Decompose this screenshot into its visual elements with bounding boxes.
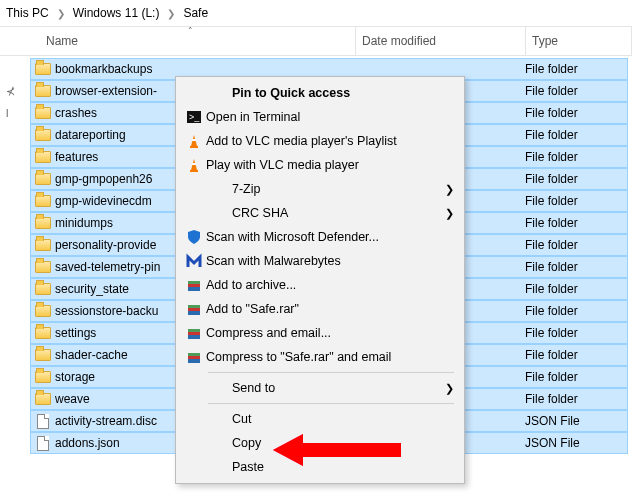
folder-icon <box>31 327 55 339</box>
terminal-icon: >_ <box>182 109 206 125</box>
folder-icon <box>31 349 55 361</box>
svg-rect-6 <box>190 170 198 172</box>
item-type: JSON File <box>519 436 580 450</box>
pin-gutter: ⊀ l <box>6 80 15 124</box>
header-name[interactable]: Name ˄ <box>40 27 356 55</box>
header-type[interactable]: Type <box>526 27 632 55</box>
ctx-label: Scan with Malwarebytes <box>206 254 454 268</box>
crumb-this-pc[interactable]: This PC <box>2 4 53 22</box>
ctx-label: Scan with Microsoft Defender... <box>206 230 454 244</box>
ctx-cut[interactable]: Cut <box>178 407 462 431</box>
item-type: File folder <box>519 172 578 186</box>
svg-rect-4 <box>192 139 196 141</box>
folder-icon <box>31 129 55 141</box>
ctx-label: Pin to Quick access <box>206 86 454 100</box>
header-date-label: Date modified <box>362 34 436 48</box>
svg-rect-18 <box>188 329 200 332</box>
ctx-pin-quick-access[interactable]: Pin to Quick access <box>178 81 462 105</box>
item-type: File folder <box>519 370 578 384</box>
folder-icon <box>31 195 55 207</box>
folder-icon <box>31 173 55 185</box>
folder-icon <box>31 261 55 273</box>
sort-asc-icon: ˄ <box>188 26 193 36</box>
ctx-label: Compress and email... <box>206 326 454 340</box>
svg-rect-24 <box>188 359 200 363</box>
folder-icon <box>31 63 55 75</box>
item-type: File folder <box>519 304 578 318</box>
winrar-icon <box>182 301 206 317</box>
folder-icon <box>31 371 55 383</box>
ctx-label: Cut <box>206 412 454 426</box>
context-menu: Pin to Quick access >_Open in Terminal A… <box>175 76 465 484</box>
ctx-vlc-add[interactable]: Add to VLC media player's Playlist <box>178 129 462 153</box>
ctx-label: Copy <box>206 436 454 450</box>
folder-icon <box>31 151 55 163</box>
vlc-icon <box>182 157 206 173</box>
svg-rect-3 <box>190 146 198 148</box>
item-type: File folder <box>519 150 578 164</box>
item-type: File folder <box>519 238 578 252</box>
item-name: bookmarkbackups <box>55 62 349 76</box>
svg-rect-20 <box>188 335 200 339</box>
item-type: File folder <box>519 348 578 362</box>
item-type: JSON File <box>519 414 580 428</box>
ctx-compress-email[interactable]: Compress and email... <box>178 321 462 345</box>
ctx-label: Add to archive... <box>206 278 454 292</box>
menu-separator <box>208 372 454 373</box>
ctx-7zip[interactable]: 7-Zip❯ <box>178 177 462 201</box>
ctx-send-to[interactable]: Send to❯ <box>178 376 462 400</box>
ctx-label: Add to VLC media player's Playlist <box>206 134 454 148</box>
ctx-crc-sha[interactable]: CRC SHA❯ <box>178 201 462 225</box>
ctx-copy[interactable]: Copy <box>178 431 462 455</box>
ctx-label: Play with VLC media player <box>206 158 454 172</box>
ctx-label: Paste <box>206 460 454 474</box>
pin-icon: ⊀ <box>6 80 15 102</box>
ctx-add-safe-rar[interactable]: Add to "Safe.rar" <box>178 297 462 321</box>
ctx-open-terminal[interactable]: >_Open in Terminal <box>178 105 462 129</box>
svg-rect-12 <box>188 287 200 291</box>
folder-icon <box>31 107 55 119</box>
crumb-folder[interactable]: Safe <box>179 4 212 22</box>
column-headers: Name ˄ Date modified Type <box>0 26 632 56</box>
ctx-compress-safe-email[interactable]: Compress to "Safe.rar" and email <box>178 345 462 369</box>
ctx-scan-malwarebytes[interactable]: Scan with Malwarebytes <box>178 249 462 273</box>
header-date[interactable]: Date modified <box>356 27 526 55</box>
item-type: File folder <box>519 282 578 296</box>
ctx-label: CRC SHA <box>206 206 445 220</box>
chevron-right-icon: ❯ <box>57 8 65 19</box>
crumb-drive[interactable]: Windows 11 (L:) <box>69 4 164 22</box>
chevron-right-icon: ❯ <box>445 207 454 220</box>
folder-icon <box>31 217 55 229</box>
svg-rect-16 <box>188 311 200 315</box>
item-type: File folder <box>519 260 578 274</box>
item-type: File folder <box>519 128 578 142</box>
svg-rect-15 <box>188 308 200 311</box>
ctx-add-archive[interactable]: Add to archive... <box>178 273 462 297</box>
svg-text:>_: >_ <box>189 112 200 122</box>
folder-icon <box>31 85 55 97</box>
breadcrumb: This PC ❯ Windows 11 (L:) ❯ Safe <box>0 0 632 26</box>
vlc-icon <box>182 133 206 149</box>
svg-rect-10 <box>188 281 200 284</box>
item-type: File folder <box>519 62 578 76</box>
item-type: File folder <box>519 194 578 208</box>
file-icon <box>31 414 55 429</box>
folder-icon <box>31 239 55 251</box>
svg-rect-11 <box>188 284 200 287</box>
menu-separator <box>208 403 454 404</box>
ctx-label: Open in Terminal <box>206 110 454 124</box>
svg-rect-23 <box>188 356 200 359</box>
header-type-label: Type <box>532 34 558 48</box>
folder-icon <box>31 393 55 405</box>
item-type: File folder <box>519 392 578 406</box>
ctx-label: Send to <box>206 381 445 395</box>
ctx-scan-defender[interactable]: Scan with Microsoft Defender... <box>178 225 462 249</box>
ctx-paste[interactable]: Paste <box>178 455 462 479</box>
ctx-label: Add to "Safe.rar" <box>206 302 454 316</box>
winrar-icon <box>182 325 206 341</box>
header-name-label: Name <box>46 34 78 48</box>
ctx-vlc-play[interactable]: Play with VLC media player <box>178 153 462 177</box>
folder-icon <box>31 283 55 295</box>
pin-letter: l <box>6 102 15 124</box>
svg-rect-22 <box>188 353 200 356</box>
